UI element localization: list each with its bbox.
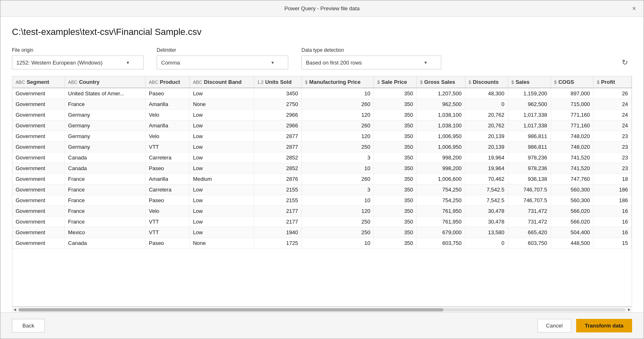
table-cell: Germany (65, 142, 145, 152)
table-cell: Government (12, 217, 65, 227)
col-header-product: ABCProduct (145, 76, 189, 88)
table-cell: Canada (65, 238, 145, 249)
table-cell: Government (12, 184, 65, 195)
table-cell: Low (190, 88, 254, 99)
table-cell: 250 (301, 217, 374, 227)
table-cell: 10 (301, 88, 374, 99)
scrollbar-track[interactable] (19, 308, 625, 311)
transform-data-button[interactable]: Transform data (576, 319, 632, 332)
table-cell: 2852 (254, 163, 301, 174)
table-row: GovernmentGermanyVeloLow29661203501,038,… (12, 110, 632, 120)
table-cell: Low (190, 206, 254, 217)
table-cell: 998,200 (417, 152, 465, 163)
data-table-container[interactable]: ABCSegmentABCCountryABCProductABCDiscoun… (12, 76, 632, 307)
table-cell: 2876 (254, 174, 301, 184)
table-cell: Government (12, 238, 65, 249)
file-origin-select[interactable]: 1252: Western European (Windows) ▼ (12, 55, 144, 69)
refresh-button[interactable]: ↻ (617, 55, 632, 69)
table-cell: Germany (65, 131, 145, 142)
col-type-icon-country: ABC (68, 80, 78, 85)
table-cell: 978,236 (508, 152, 551, 163)
col-type-icon-gross-sales: $ (420, 80, 422, 85)
col-name-manufacturing-price: Manufacturing Price (309, 79, 361, 85)
col-type-icon-sale-price: $ (377, 80, 380, 85)
col-type-icon-discount-band: ABC (193, 80, 202, 85)
scroll-left-icon[interactable]: ◀ (12, 307, 18, 313)
table-cell: 748,020 (551, 131, 593, 142)
table-cell: 731,472 (508, 217, 551, 227)
table-cell: 978,236 (508, 163, 551, 174)
table-cell: 350 (374, 120, 417, 131)
table-cell: 30,478 (465, 217, 508, 227)
dialog: Power Query - Preview file data × C:\tes… (0, 0, 644, 339)
table-cell: Paseo (145, 238, 189, 249)
table-row: GovernmentGermanyAmarillaLow29662603501,… (12, 120, 632, 131)
table-cell: Low (190, 131, 254, 142)
table-cell: 350 (374, 238, 417, 249)
col-header-profit: $Profit (593, 76, 632, 88)
table-cell: Germany (65, 120, 145, 131)
col-header-discount-band: ABCDiscount Band (190, 76, 254, 88)
back-button[interactable]: Back (12, 319, 45, 332)
scroll-right-icon[interactable]: ▶ (626, 307, 632, 313)
table-cell: 10 (301, 238, 374, 249)
table-cell: Government (12, 152, 65, 163)
data-type-select[interactable]: Based on first 200 rows ▼ (301, 55, 441, 69)
footer-right: Cancel Transform data (537, 319, 632, 332)
close-button[interactable]: × (625, 0, 644, 17)
table-cell: 3 (301, 152, 374, 163)
col-name-units-sold: Units Sold (265, 79, 292, 85)
table-cell: Low (190, 227, 254, 238)
table-cell: 1,006,600 (417, 174, 465, 184)
table-cell: 260 (301, 174, 374, 184)
table-row: GovernmentFranceAmarillaNone275026035096… (12, 99, 632, 110)
col-name-profit: Profit (601, 79, 615, 85)
table-cell: 0 (465, 99, 508, 110)
table-row: GovernmentCanadaPaseoNone172510350603,75… (12, 238, 632, 249)
table-cell: Medium (190, 174, 254, 184)
table-cell: 665,420 (508, 227, 551, 238)
table-cell: Paseo (145, 88, 189, 99)
cancel-button[interactable]: Cancel (537, 319, 571, 332)
table-cell: 350 (374, 88, 417, 99)
table-cell: France (65, 217, 145, 227)
table-cell: 1,038,100 (417, 110, 465, 120)
delimiter-arrow-icon: ▼ (271, 60, 275, 65)
col-header-cogs: $COGS (551, 76, 593, 88)
table-cell: France (65, 206, 145, 217)
table-cell: 10 (301, 195, 374, 206)
scrollbar-thumb[interactable] (19, 308, 443, 311)
controls-row: File origin 1252: Western European (Wind… (12, 47, 632, 69)
table-cell: Low (190, 142, 254, 152)
table-cell: 16 (593, 217, 632, 227)
table-cell: Low (190, 184, 254, 195)
col-type-icon-discounts: $ (469, 80, 471, 85)
table-cell: 24 (593, 110, 632, 120)
table-cell: 19,964 (465, 163, 508, 174)
table-cell: 3450 (254, 88, 301, 99)
table-cell: VTT (145, 227, 189, 238)
table-cell: Germany (65, 110, 145, 120)
col-header-sale-price: $Sale Price (374, 76, 417, 88)
table-cell: 504,400 (551, 227, 593, 238)
table-cell: 1,207,500 (417, 88, 465, 99)
table-row: GovernmentFrancePaseoLow215510350754,250… (12, 195, 632, 206)
table-cell: Government (12, 99, 65, 110)
table-cell: 2966 (254, 120, 301, 131)
table-cell: Government (12, 131, 65, 142)
table-cell: 23 (593, 163, 632, 174)
table-cell: 897,000 (551, 88, 593, 99)
table-cell: 936,138 (508, 174, 551, 184)
delimiter-select[interactable]: Comma ▼ (157, 55, 288, 69)
table-cell: 19,964 (465, 152, 508, 163)
table-cell: Government (12, 110, 65, 120)
table-cell: 26 (593, 88, 632, 99)
table-cell: Government (12, 142, 65, 152)
table-cell: 260 (301, 99, 374, 110)
table-cell: 120 (301, 110, 374, 120)
col-header-units-sold: 1.2Units Sold (254, 76, 301, 88)
horizontal-scrollbar[interactable]: ◀ ▶ (12, 307, 632, 312)
table-cell: 1,038,100 (417, 120, 465, 131)
table-cell: 560,300 (551, 184, 593, 195)
table-cell: 23 (593, 142, 632, 152)
